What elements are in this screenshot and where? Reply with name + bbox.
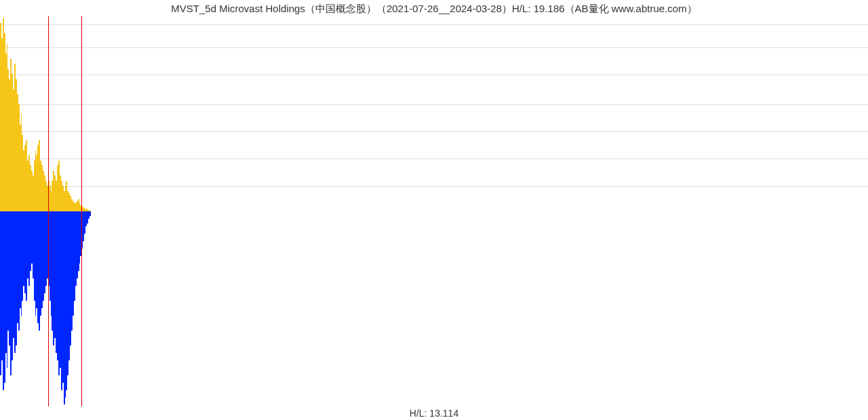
- chart-title: MVST_5d Microvast Holdings（中国概念股）（2021-0…: [0, 3, 868, 16]
- chart-bars: [0, 16, 868, 406]
- bar-down: [90, 211, 91, 216]
- marker-line: [48, 16, 49, 406]
- marker-line: [81, 16, 82, 406]
- chart-plot-area: [0, 16, 868, 406]
- hl-bottom-label: H/L: 13.114: [0, 408, 868, 419]
